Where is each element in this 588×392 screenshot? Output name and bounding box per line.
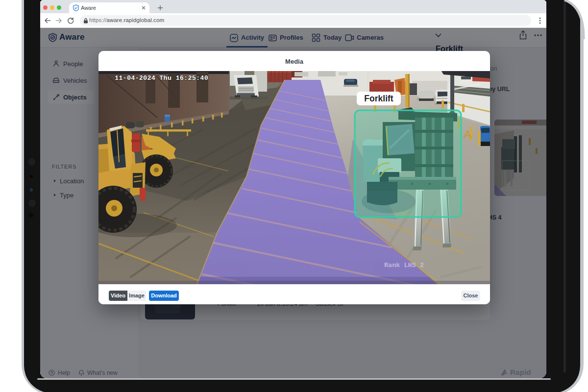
svg-text:Rank LHS 2: Rank LHS 2 [384,262,424,269]
svg-text:11-04-2024 Thu 16:25:40: 11-04-2024 Thu 16:25:40 [115,74,208,82]
svg-text:Forklift: Forklift [364,94,393,103]
